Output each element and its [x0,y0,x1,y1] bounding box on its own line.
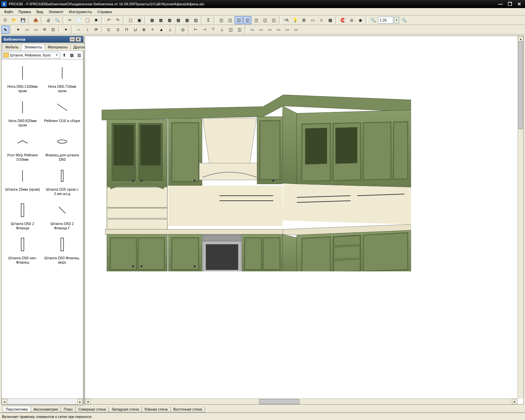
grp2-icon[interactable]: ▭ [257,26,265,34]
minimize-button[interactable]: — [496,1,505,7]
menu-file[interactable]: Файл [1,9,16,14]
tab-materials[interactable]: Материалы [45,44,71,50]
menu-edit[interactable]: Правка [16,9,34,14]
view5-icon[interactable]: ◫ [252,16,260,24]
library-item[interactable]: Нога D60.1100мм хром [3,61,42,94]
axes-icon[interactable]: ⊹ [317,16,325,24]
open-icon[interactable]: 📂 [10,16,18,24]
tool4-icon[interactable]: ⟲ [40,26,48,34]
align3-icon[interactable]: ⊓ [122,26,130,34]
align6-icon[interactable]: ✧ [149,26,157,34]
library-item[interactable]: Штанга D50 2 Фланца [3,198,42,232]
scroll-up-icon[interactable]: ▴ [518,36,523,42]
close-button[interactable]: ✕ [515,1,524,7]
library-close-icon[interactable]: ✕ [76,37,81,42]
dim2-icon[interactable]: ⊣ [200,26,208,34]
select-icon[interactable]: ⬉ [1,26,9,34]
snap3-icon[interactable]: ◉ [356,16,364,24]
up-folder-icon[interactable]: ⬆ [61,52,68,59]
zoom-dropdown[interactable]: ▾ [394,17,399,24]
move1-icon[interactable]: ↔ [75,26,83,34]
scroll-right-icon[interactable]: ▸ [512,399,518,404]
dim3-icon[interactable]: ⊤ [209,26,217,34]
print-icon[interactable]: 🖨 [44,16,52,24]
panel1-icon[interactable]: ▦ [148,16,156,24]
snap1-icon[interactable]: 🧲 [339,16,347,24]
rotate-icon[interactable]: ⟳ [92,26,100,34]
tab-east[interactable]: Восточная стена [170,407,205,412]
library-item[interactable]: Штанга D50 низ-Фланец [3,232,42,266]
canvas[interactable]: ▴ ◂ ▸ [85,36,524,405]
library-title[interactable]: Библиотека — ✕ [2,36,83,43]
panel4-icon[interactable]: ▦ [174,16,182,24]
redo-icon[interactable]: ↷ [114,16,122,24]
zoom-in-icon[interactable]: 🔍 [400,16,408,24]
dim1-icon[interactable]: ⊢ [192,26,200,34]
align2-icon[interactable]: ⊐ [114,26,122,34]
scroll-thumb[interactable] [518,42,523,129]
export-icon[interactable]: 📤 [32,16,40,24]
save-icon[interactable]: 💾 [19,16,27,24]
panel2-icon[interactable]: ▦ [157,16,165,24]
sum-icon[interactable]: Σ [204,16,212,24]
center-icon[interactable]: ✦ [62,26,70,34]
dim5-icon[interactable]: ◫ [227,26,235,34]
menu-element[interactable]: Элемент [46,9,66,14]
library-item[interactable]: Штанга 25мм (хром) [3,164,42,197]
flip-icon[interactable]: ⊥ [166,26,174,34]
tool3-icon[interactable]: ▭ [32,26,40,34]
align1-icon[interactable]: ⊏ [105,26,113,34]
tab-west[interactable]: Западная стена [109,407,142,412]
view6-icon[interactable]: ◫ [261,16,269,24]
move2-icon[interactable]: ↕ [83,26,91,34]
maximize-button[interactable]: ❐ [506,1,514,7]
preview-icon[interactable]: 🔍 [53,16,61,24]
view7-icon[interactable]: ◫ [270,16,278,24]
library-item[interactable]: Угол 90гр Рейлинг D16мм [3,129,42,163]
library-item[interactable]: Нога D60.710мм хром [43,61,82,94]
dim4-icon[interactable]: ⊥ [218,26,226,34]
grp3-icon[interactable]: ▭ [266,26,274,34]
tab-elements[interactable]: Элементы [21,44,45,50]
cut-icon[interactable]: ✂ [66,16,74,24]
tab-perspective[interactable]: Перспектива [3,407,31,412]
menu-tools[interactable]: Инструменты [66,9,95,14]
dim6-icon[interactable]: ◫ [235,26,243,34]
light-icon[interactable]: 💡 [291,16,299,24]
view4-icon[interactable]: ◫ [243,16,251,24]
grp4-icon[interactable]: ▭ [274,26,282,34]
view-large-icon[interactable]: ▦ [68,52,75,59]
horizontal-scrollbar[interactable]: ◂ ▸ [85,398,518,404]
panel3-icon[interactable]: ▦ [165,16,173,24]
price-icon[interactable]: ▤ [192,16,200,24]
library-folder-combo[interactable]: Штанги, Рейлинги, Колс ▾ [2,52,60,59]
delete-icon[interactable]: ✖ [92,16,100,24]
dim-icon[interactable]: ⊞ [300,16,308,24]
menu-view[interactable]: Вид [34,9,46,14]
toggle-a-icon[interactable]: ▢ [126,16,134,24]
target-icon[interactable]: ◎ [179,26,187,34]
tool5-icon[interactable]: ⊡ [49,26,57,34]
view2-icon[interactable]: ◫ [226,16,234,24]
align5-icon[interactable]: ⊕ [140,26,148,34]
library-item[interactable]: Штанга D25 хром с 2-мя шт.д [43,164,82,197]
new-icon[interactable]: 🗋 [1,16,9,24]
copy-icon[interactable]: 📄 [75,16,83,24]
tool1-icon[interactable]: ✦ [14,26,22,34]
scroll-left-icon[interactable]: ◂ [2,399,7,405]
grid-icon[interactable]: ▦ [326,16,334,24]
library-item[interactable]: Нога D60.820мм хром [3,95,42,129]
vertical-scrollbar[interactable]: ▴ [518,36,523,398]
tab-north[interactable]: Северная стена [75,407,109,412]
view3-icon[interactable]: ◫ [235,16,243,24]
menu-help[interactable]: Справка [95,9,115,14]
zoom-out-icon[interactable]: 🔍 [369,16,377,24]
view-list-icon[interactable]: ▥ [76,52,82,59]
new-window-icon[interactable]: ▣ [135,16,143,24]
scroll-left-icon[interactable]: ◂ [85,399,91,404]
panel5-icon[interactable]: ▦ [183,16,191,24]
grp1-icon[interactable]: ▭ [248,26,256,34]
library-minimize-icon[interactable]: — [70,37,75,42]
library-item[interactable]: Штанга D50 2 Фланца Г [43,198,82,232]
tab-axonometry[interactable]: Аксонометрия [31,407,61,412]
